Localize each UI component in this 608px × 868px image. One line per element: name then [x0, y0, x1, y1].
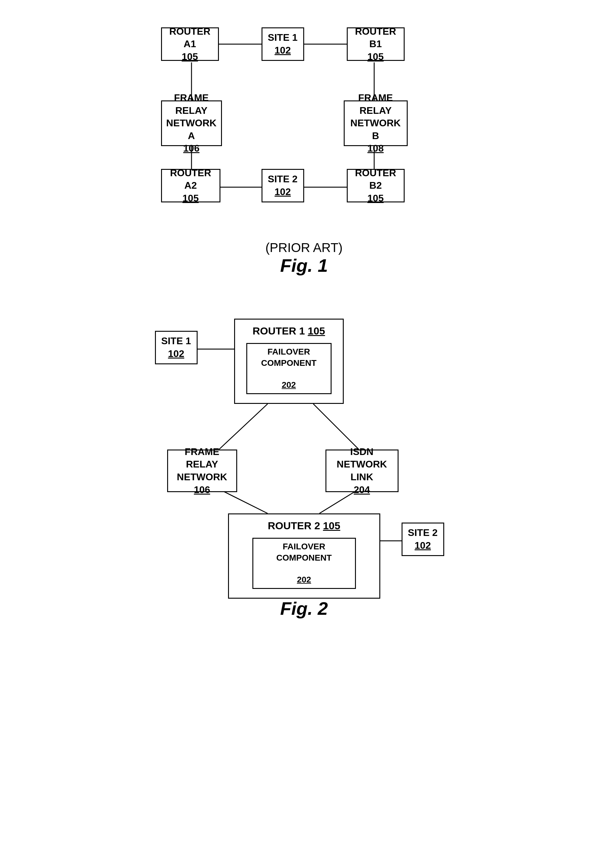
fig2-site1-label: SITE 1: [161, 335, 191, 347]
frame-relay-b-line1: FRAME RELAY: [349, 91, 402, 117]
site2-ref: 102: [275, 186, 291, 198]
fig2-router2-ref: 105: [323, 519, 340, 532]
fig1-title: Fig. 1: [30, 255, 578, 276]
router-a1-ref: 105: [182, 51, 198, 63]
fig2-frame-relay-box: FRAME RELAY NETWORK 106: [167, 450, 237, 492]
svg-line-9: [219, 404, 268, 450]
frame-relay-b-line2: NETWORK B: [349, 117, 402, 142]
site2-box: SITE 2 102: [262, 169, 304, 202]
fig2-site2-label: SITE 2: [408, 527, 438, 539]
fig2-failover1-inner: FAILOVER COMPONENT 202: [246, 343, 332, 394]
fig2-site1-ref: 102: [168, 347, 184, 360]
fig2-failover2-line1: FAILOVER: [282, 541, 325, 552]
router-a1-label: ROUTER A1: [166, 25, 213, 51]
fig2-failover1-ref: 202: [282, 380, 296, 391]
svg-line-10: [313, 404, 359, 450]
router-b1-ref: 105: [368, 51, 384, 63]
fig1-caption: (PRIOR ART) Fig. 1: [30, 240, 578, 276]
fig2-failover2-line2: COMPONENT: [276, 552, 332, 563]
router-a2-ref: 105: [182, 192, 199, 205]
fig2-frame-relay-line1: FRAME RELAY: [173, 446, 232, 471]
fig2-diagram: SITE 1 102 ROUTER 1 105 FAILOVER COMPONE…: [137, 301, 472, 574]
fig1-diagram: ROUTER A1 105 SITE 1 102 ROUTER B1 105 F…: [152, 18, 456, 231]
router-b2-label: ROUTER B2: [352, 167, 399, 192]
fig2-router1-ref: 105: [308, 324, 325, 338]
fig2-failover1-line1: FAILOVER: [267, 346, 310, 357]
fig2-site1-box: SITE 1 102: [155, 331, 198, 364]
router-b2-ref: 105: [368, 192, 384, 205]
page: ROUTER A1 105 SITE 1 102 ROUTER B1 105 F…: [0, 0, 608, 868]
fig2-failover2-inner: FAILOVER COMPONENT 202: [253, 538, 356, 589]
fig2-site2-ref: 102: [415, 539, 431, 552]
fig2-isdn-line2: LINK: [351, 471, 373, 484]
fig2-site2-box: SITE 2 102: [402, 522, 444, 556]
fig2-router1-label: ROUTER 1: [253, 324, 305, 338]
site1-label: SITE 1: [268, 31, 298, 44]
router-a2-box: ROUTER A2 105: [161, 169, 220, 202]
fig2-section: SITE 1 102 ROUTER 1 105 FAILOVER COMPONE…: [30, 301, 578, 619]
fig2-frame-relay-line2: NETWORK: [177, 471, 227, 484]
svg-line-12: [320, 489, 359, 513]
fig2-isdn-box: ISDN NETWORK LINK 204: [326, 450, 399, 492]
site2-label: SITE 2: [268, 173, 298, 186]
frame-relay-b-box: FRAME RELAY NETWORK B 108: [344, 101, 408, 146]
fig2-frame-relay-ref: 106: [194, 484, 210, 496]
frame-relay-a-line1: FRAME RELAY: [166, 91, 217, 117]
fig2-failover2-ref: 202: [297, 574, 311, 585]
frame-relay-a-line2: NETWORK A: [166, 117, 217, 142]
router-a1-box: ROUTER A1 105: [161, 27, 219, 61]
fig1-prior-art: (PRIOR ART): [30, 240, 578, 255]
fig2-isdn-line1: ISDN NETWORK: [331, 446, 393, 471]
router-b1-label: ROUTER B1: [352, 25, 399, 51]
site1-ref: 102: [275, 44, 291, 57]
router-b2-box: ROUTER B2 105: [347, 169, 405, 202]
fig2-isdn-ref: 204: [354, 484, 370, 496]
fig2-title: Fig. 2: [30, 598, 578, 619]
frame-relay-a-box: FRAME RELAY NETWORK A 106: [161, 101, 222, 146]
fig2-router2-label: ROUTER 2: [268, 519, 320, 532]
frame-relay-a-ref: 106: [183, 142, 199, 155]
fig2-router2-box: ROUTER 2 105 FAILOVER COMPONENT 202: [228, 513, 380, 599]
fig2-failover1-line2: COMPONENT: [261, 358, 316, 369]
router-a2-label: ROUTER A2: [166, 167, 215, 192]
fig2-router1-box: ROUTER 1 105 FAILOVER COMPONENT 202: [234, 319, 344, 404]
router-b1-box: ROUTER B1 105: [347, 27, 405, 61]
svg-line-11: [219, 489, 268, 513]
fig1-section: ROUTER A1 105 SITE 1 102 ROUTER B1 105 F…: [30, 18, 578, 276]
frame-relay-b-ref: 108: [368, 142, 384, 155]
site1-box: SITE 1 102: [262, 27, 304, 61]
